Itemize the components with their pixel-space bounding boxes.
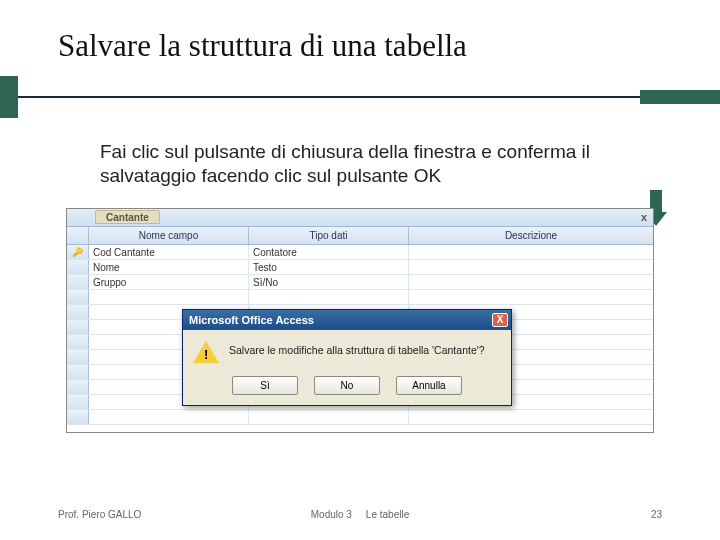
no-button[interactable]: No <box>314 376 380 395</box>
cell-field-name[interactable]: Cod Cantante <box>89 245 249 259</box>
save-dialog: Microsoft Office Access X ! Salvare le m… <box>182 309 512 406</box>
grid-header: Nome campo Tipo dati Descrizione <box>67 227 653 245</box>
table-tab[interactable]: Cantante <box>95 210 160 224</box>
cell-field-name[interactable]: Gruppo <box>89 275 249 289</box>
title-rule <box>58 76 662 118</box>
close-icon[interactable]: x <box>641 211 647 223</box>
dialog-close-icon[interactable]: X <box>492 313 508 327</box>
footer-author: Prof. Piero GALLO <box>58 509 141 520</box>
dialog-titlebar: Microsoft Office Access X <box>183 310 511 330</box>
cell-field-type[interactable]: Sì/No <box>249 275 409 289</box>
footer-module: Modulo 3 <box>311 509 352 520</box>
col-header-type: Tipo dati <box>249 227 409 244</box>
table-row[interactable]: 🔑 Cod Cantante Contatore <box>67 245 653 260</box>
footer-page-number: 23 <box>651 509 662 520</box>
dialog-message: Salvare le modifiche alla struttura di t… <box>229 340 485 356</box>
footer-topic: Le tabelle <box>366 509 409 520</box>
cancel-button[interactable]: Annulla <box>396 376 462 395</box>
slide-title: Salvare la struttura di una tabella <box>58 28 662 64</box>
cell-field-name[interactable]: Nome <box>89 260 249 274</box>
window-tabbar: Cantante x <box>67 209 653 227</box>
col-header-desc: Descrizione <box>409 227 653 244</box>
warning-icon: ! <box>193 340 219 366</box>
table-row[interactable]: Nome Testo <box>67 260 653 275</box>
dialog-title: Microsoft Office Access <box>189 314 314 326</box>
access-screenshot: Cantante x Nome campo Tipo dati Descrizi… <box>66 208 654 433</box>
table-row[interactable]: Gruppo Sì/No <box>67 275 653 290</box>
slide-body-text: Fai clic sul pulsante di chiusura della … <box>100 140 620 188</box>
cell-field-type[interactable]: Testo <box>249 260 409 274</box>
col-header-name: Nome campo <box>89 227 249 244</box>
slide-footer: Prof. Piero GALLO Modulo 3 Le tabelle 23 <box>58 509 662 520</box>
cell-field-type[interactable]: Contatore <box>249 245 409 259</box>
yes-button[interactable]: Sì <box>232 376 298 395</box>
primary-key-icon: 🔑 <box>67 245 89 259</box>
